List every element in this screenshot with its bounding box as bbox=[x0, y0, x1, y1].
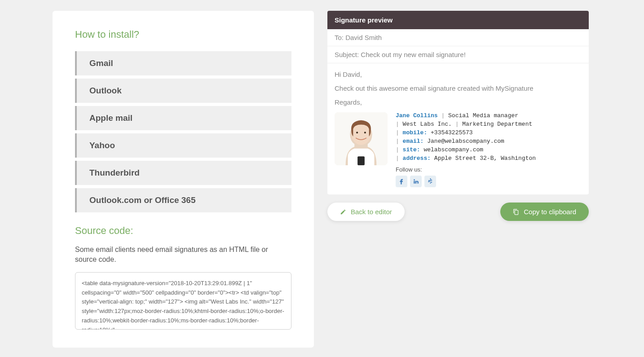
sig-company: West Labs Inc. bbox=[403, 121, 452, 128]
signature-preview-card: Signature preview To: David Smith Subjec… bbox=[327, 11, 589, 194]
preview-body: Hi David, Check out this awesome email s… bbox=[327, 63, 589, 194]
client-item-yahoo[interactable]: Yahoo bbox=[75, 133, 291, 158]
client-item-outlookcom[interactable]: Outlook.com or Office 365 bbox=[75, 188, 291, 212]
preview-panel: Signature preview To: David Smith Subjec… bbox=[327, 11, 589, 348]
signature-company-line: | West Labs Inc. | Marketing Department bbox=[396, 121, 582, 128]
signature-name-line: Jane Collins | Social Media manager bbox=[396, 112, 582, 119]
install-title: How to install? bbox=[75, 29, 291, 40]
follow-label: Follow us: bbox=[396, 166, 582, 173]
client-item-applemail[interactable]: Apple mail bbox=[75, 106, 291, 130]
sig-mobile-label: mobile: bbox=[403, 129, 428, 136]
signature-mobile-line: | mobile: +33543225573 bbox=[396, 129, 582, 136]
copy-button-label: Copy to clipboard bbox=[524, 208, 576, 216]
sig-address-label: address: bbox=[403, 155, 431, 162]
preview-greeting: Hi David, bbox=[335, 71, 582, 78]
preview-header: Signature preview bbox=[327, 11, 589, 29]
pencil-icon bbox=[340, 209, 346, 215]
sig-name: Jane Collins bbox=[396, 112, 438, 119]
signature-email-line: | email: Jane@welabscompany.com bbox=[396, 138, 582, 145]
source-title: Source code: bbox=[75, 225, 291, 237]
sig-mobile: +33543225573 bbox=[431, 129, 473, 136]
back-to-editor-button[interactable]: Back to editor bbox=[327, 203, 405, 221]
social-row bbox=[396, 176, 582, 187]
linkedin-icon[interactable] bbox=[410, 176, 422, 187]
preview-subject: Subject: Check out my new email signatur… bbox=[327, 46, 589, 63]
email-client-list: Gmail Outlook Apple mail Yahoo Thunderbi… bbox=[75, 51, 291, 212]
sig-site-label: site: bbox=[403, 146, 420, 153]
preview-message: Check out this awesome email signature c… bbox=[335, 84, 582, 92]
slack-icon[interactable] bbox=[424, 176, 436, 187]
svg-point-4 bbox=[364, 132, 366, 133]
sig-site: welabscompany.com bbox=[423, 146, 483, 153]
signature-details: Jane Collins | Social Media manager | We… bbox=[396, 112, 582, 187]
install-panel: How to install? Gmail Outlook Apple mail… bbox=[53, 11, 314, 348]
sig-role: Social Media manager bbox=[448, 112, 518, 119]
sig-email: Jane@welabscompany.com bbox=[427, 138, 504, 145]
signature-block: Jane Collins | Social Media manager | We… bbox=[335, 112, 582, 187]
client-item-thunderbird[interactable]: Thunderbird bbox=[75, 161, 291, 185]
source-code-box[interactable]: <table data-mysignature-version="2018-10… bbox=[75, 272, 291, 330]
avatar bbox=[335, 112, 388, 165]
signature-address-line: | address: Apple Street 32-B, Washington bbox=[396, 155, 582, 162]
copy-to-clipboard-button[interactable]: Copy to clipboard bbox=[500, 203, 589, 221]
preview-to: To: David Smith bbox=[327, 29, 589, 46]
back-button-label: Back to editor bbox=[351, 208, 392, 216]
client-item-gmail[interactable]: Gmail bbox=[75, 51, 291, 75]
sig-address: Apple Street 32-B, Washington bbox=[434, 155, 536, 162]
preview-signoff: Regards, bbox=[335, 98, 582, 106]
client-item-outlook[interactable]: Outlook bbox=[75, 79, 291, 103]
clipboard-icon bbox=[513, 209, 519, 215]
signature-site-line: | site: welabscompany.com bbox=[396, 146, 582, 153]
preview-actions: Back to editor Copy to clipboard bbox=[327, 203, 589, 221]
svg-point-3 bbox=[356, 132, 358, 133]
svg-rect-2 bbox=[357, 156, 365, 165]
facebook-icon[interactable] bbox=[396, 176, 407, 187]
sig-department: Marketing Department bbox=[462, 121, 532, 128]
sig-email-label: email: bbox=[403, 138, 424, 145]
source-description: Some email clients need email signatures… bbox=[75, 245, 291, 265]
